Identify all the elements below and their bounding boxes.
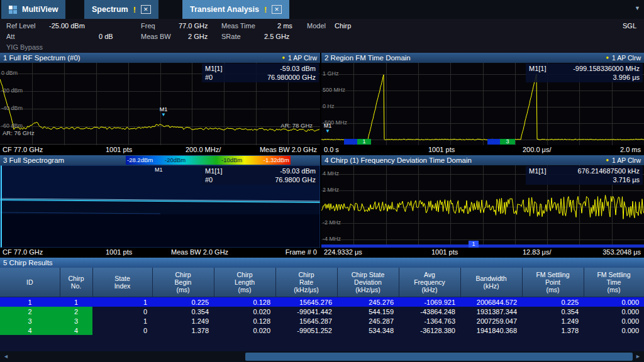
meas-bw-value[interactable]: Meas BW 2.0 GHz bbox=[171, 248, 228, 256]
panel3-header[interactable]: 3 Full Spectrogram -28.2dBm -20dBm -10dB… bbox=[0, 155, 320, 165]
meas-bw-value[interactable]: 2 GHz bbox=[188, 33, 208, 40]
tab-transient-analysis[interactable]: Transient Analysis ! ✕ bbox=[182, 0, 289, 19]
points-value[interactable]: 1001 pts bbox=[431, 248, 458, 256]
meas-bw-value[interactable]: Meas BW 2.0 GHz bbox=[260, 146, 317, 153]
panel2-header[interactable]: 2 Region FM Time Domain ● 1 AP Clrw bbox=[321, 53, 644, 63]
marker-name: M1[1] bbox=[205, 167, 223, 175]
marker-value: -59.03 dBm bbox=[280, 167, 316, 175]
table-cell: 0.000 bbox=[584, 307, 644, 316]
fm-time-plot[interactable]: 1 GHz 500 MHz 0 Hz -500 MHz M1 ▼ 1 3 M1[… bbox=[321, 63, 644, 145]
marker-readout: M1[1]676.214687500 kHz 3.716 μs bbox=[526, 166, 643, 185]
cf-value[interactable]: CF 77.0 GHz bbox=[3, 248, 43, 256]
points-value[interactable]: 1001 pts bbox=[106, 248, 132, 256]
table-cell: -1364.763 bbox=[399, 316, 460, 326]
start-time-value[interactable]: 0.0 s bbox=[324, 146, 339, 153]
y-axis-label: 500 MHz bbox=[323, 87, 345, 93]
att-value[interactable]: 0 dB bbox=[99, 33, 113, 40]
horizontal-scrollbar[interactable]: ◄ ► bbox=[0, 351, 644, 362]
trace-legend-label: 1 AP Clrw bbox=[612, 54, 641, 62]
spectrum-plot[interactable]: 0 dBm -20 dBm -40 dBm -60 dBm M1 ▼ AR: 7… bbox=[0, 63, 320, 145]
marker-down-icon: ▼ bbox=[157, 112, 170, 117]
marker-value: 676.214687500 kHz bbox=[578, 167, 640, 175]
trace-legend[interactable]: ● 1 AP Clrw bbox=[606, 54, 641, 62]
stop-time-value[interactable]: 353.2048 μs bbox=[602, 248, 641, 256]
cf-value[interactable]: CF 77.0 GHz bbox=[3, 146, 43, 153]
frame-value[interactable]: Frame # 0 bbox=[286, 248, 317, 256]
panel-full-spectrogram[interactable]: 3 Full Spectrogram -28.2dBm -20dBm -10dB… bbox=[0, 155, 320, 258]
marker-frame: #0 bbox=[205, 73, 213, 82]
table-cell: 1931387.344 bbox=[460, 307, 522, 316]
table-row[interactable]: 2200.3540.020-99041.442544.159-43864.248… bbox=[0, 307, 644, 316]
table-row[interactable]: 4401.3780.020-99051.252534.348-36128.380… bbox=[0, 326, 644, 335]
table-cell: 1.378 bbox=[152, 326, 214, 335]
scale-value[interactable]: 200.0 μs/ bbox=[523, 146, 551, 153]
freq-deviation-plot[interactable]: 4 MHz 2 MHz -2 MHz -4 MHz 1 M1[1]676.214… bbox=[321, 165, 644, 248]
table-cell: 0.354 bbox=[152, 307, 214, 316]
region-bar bbox=[344, 139, 357, 145]
results-title[interactable]: 5 Chirp Results bbox=[0, 258, 644, 268]
scale-value[interactable]: 12.83 μs/ bbox=[523, 248, 551, 256]
panel4-header[interactable]: 4 Chirp (1) Frequency Deviation Time Dom… bbox=[321, 155, 644, 165]
srate-value[interactable]: 2.5 GHz bbox=[264, 33, 289, 40]
tab-multiview[interactable]: MultiView bbox=[1, 0, 65, 19]
table-cell: -43864.248 bbox=[399, 307, 460, 316]
points-value[interactable]: 1001 pts bbox=[106, 146, 132, 153]
table-row[interactable]: 1110.2250.12815645.276245.276-1069.92120… bbox=[0, 297, 644, 307]
panel1-header[interactable]: 1 Full RF Spectrum (#0) ● 1 AP Clrw bbox=[0, 53, 320, 63]
table-cell: 15645.287 bbox=[275, 316, 337, 326]
ref-level-value[interactable]: -25.00 dBm bbox=[49, 22, 85, 30]
marker-m1-label[interactable]: M1 bbox=[155, 167, 163, 173]
y-axis-label: -20 dBm bbox=[1, 87, 23, 94]
start-time-value[interactable]: 224.9332 μs bbox=[324, 248, 362, 256]
model-label: Model bbox=[307, 22, 326, 30]
freq-value[interactable]: 77.0 GHz bbox=[179, 22, 208, 30]
trace-legend[interactable]: ● 1 AP Clrw bbox=[606, 156, 641, 164]
marker-frequency: 76.980000 GHz bbox=[267, 73, 316, 82]
region-3-badge: 3 bbox=[500, 139, 515, 145]
model-value[interactable]: Chirp bbox=[335, 22, 351, 30]
scroll-left-icon[interactable]: ◄ bbox=[3, 353, 9, 359]
close-icon[interactable]: ✕ bbox=[272, 5, 282, 14]
table-cell: 1.249 bbox=[152, 316, 214, 326]
panel4-footer: 224.9332 μs 1001 pts 12.83 μs/ 353.2048 … bbox=[321, 248, 644, 258]
panel-region-fm-time-domain[interactable]: 2 Region FM Time Domain ● 1 AP Clrw 1 GH… bbox=[321, 53, 644, 155]
tab-spectrum[interactable]: Spectrum ! ✕ bbox=[84, 0, 158, 19]
tab-list-dropdown-icon[interactable]: ▼ bbox=[635, 5, 640, 11]
meas-time-label: Meas Time bbox=[221, 22, 255, 30]
column-header: Avg Frequency (kHz) bbox=[399, 268, 460, 297]
results-table: ID Chirp No. State Index Chirp Begin (ms… bbox=[0, 268, 644, 335]
marker-m1-flag[interactable]: M1 ▼ bbox=[157, 107, 170, 117]
table-cell: 245.287 bbox=[337, 316, 399, 326]
scale-value[interactable]: 200.0 MHz/ bbox=[186, 146, 221, 153]
table-row[interactable]: 3311.2490.12815645.287245.287-1364.76320… bbox=[0, 316, 644, 326]
panel2-title: 2 Region FM Time Domain bbox=[325, 54, 411, 62]
y-axis-label: 2 MHz bbox=[323, 187, 339, 193]
y-axis-label: -40 dBm bbox=[1, 105, 23, 111]
table-cell: 0 bbox=[92, 307, 152, 316]
trace-color-icon: ● bbox=[282, 55, 285, 60]
table-cell: 1941840.368 bbox=[460, 326, 522, 335]
marker-down-icon: ▼ bbox=[321, 129, 334, 133]
panel-chirp-freq-deviation[interactable]: 4 Chirp (1) Frequency Deviation Time Dom… bbox=[321, 155, 644, 258]
points-value[interactable]: 1001 pts bbox=[428, 146, 455, 153]
y-axis-label: 1 GHz bbox=[323, 70, 339, 77]
scale-min-label: -28.2dBm bbox=[127, 156, 153, 163]
column-header: Chirp Rate (kHz/μs) bbox=[275, 268, 337, 297]
spectrogram-plot[interactable]: M1 M1[1]-59.03 dBm #076.9800 GHz bbox=[0, 165, 320, 248]
panel-chirp-results[interactable]: 5 Chirp Results ID Chirp No. State Index… bbox=[0, 258, 644, 351]
y-axis-label: -2 MHz bbox=[323, 219, 341, 226]
scroll-right-icon[interactable]: ► bbox=[635, 353, 641, 359]
trace-legend[interactable]: ● 1 AP Clrw bbox=[282, 54, 317, 62]
span-time-value[interactable]: 2.0 ms bbox=[620, 146, 641, 153]
close-icon[interactable]: ✕ bbox=[141, 5, 151, 14]
table-cell: 2006844.572 bbox=[460, 297, 522, 307]
meas-time-value[interactable]: 2 ms bbox=[277, 22, 292, 30]
marker-m1-flag[interactable]: M1 ▼ bbox=[321, 123, 334, 133]
table-cell: 0 bbox=[92, 326, 152, 335]
scrollbar-thumb[interactable] bbox=[245, 353, 633, 361]
table-cell: 1 bbox=[92, 316, 152, 326]
panel-full-rf-spectrum[interactable]: 1 Full RF Spectrum (#0) ● 1 AP Clrw 0 dB… bbox=[0, 53, 320, 155]
spectrogram-color-scale[interactable]: -28.2dBm -20dBm -10dBm -1.32dBm bbox=[126, 156, 291, 165]
marker-value: -59.03 dBm bbox=[280, 64, 316, 73]
marker-time: 3.996 μs bbox=[613, 73, 640, 82]
